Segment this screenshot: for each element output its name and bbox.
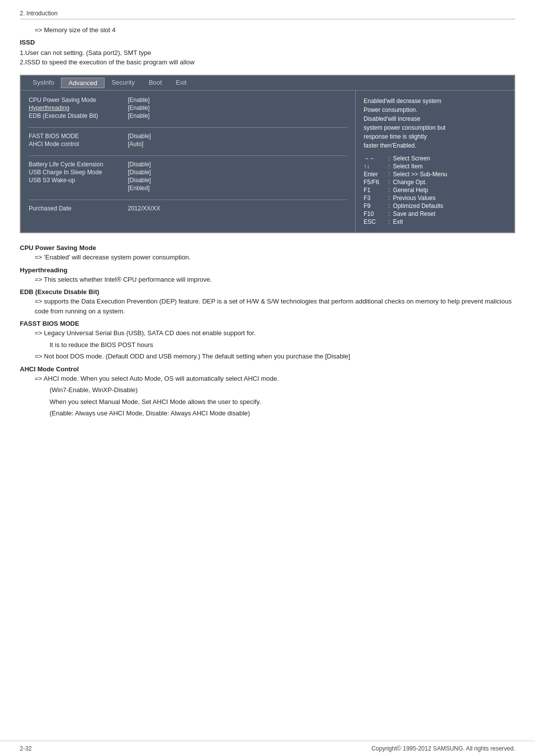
breadcrumb: 2. Introduction xyxy=(20,10,515,19)
bios-value: [Disable] xyxy=(128,177,151,184)
doc-heading-2: EDB (Execute Disable Bit) xyxy=(20,288,515,296)
doc-section-2: EDB (Execute Disable Bit)=> supports the… xyxy=(20,288,515,316)
bios-keys-section: →←:Select Screen↑↓:Select ItemEnter:Sele… xyxy=(364,155,506,225)
doc-section-3: FASST BIOS MODE=> Legacy Universal Seria… xyxy=(20,320,515,361)
bios-menubar: SysInfoAdvancedSecurityBootExit xyxy=(21,76,514,91)
bios-key-sep: : xyxy=(388,171,390,178)
issd-items: 1.User can not setting. (Sata port2), SM… xyxy=(20,49,515,66)
bios-key-sep: : xyxy=(388,202,390,209)
bios-key-row-1: ↑↓:Select Item xyxy=(364,163,506,170)
bios-menu-security[interactable]: Security xyxy=(105,78,142,88)
bios-key-desc: General Help xyxy=(393,187,428,194)
bios-left-section-3: Purchased Date2012/XX/XX xyxy=(29,205,347,212)
bios-value: [Enable] xyxy=(128,97,150,103)
bios-key-desc: Optimized Defaults xyxy=(393,202,443,209)
bios-value: [Disable] xyxy=(128,133,151,140)
bios-menu-boot[interactable]: Boot xyxy=(142,78,169,88)
bios-key-sep: : xyxy=(388,195,390,202)
bios-key: F1 xyxy=(364,187,388,194)
bios-row-0-2: EDB (Execute Disable Bit)[Enable] xyxy=(29,112,347,119)
bios-key-sep: : xyxy=(388,163,390,170)
bios-left-section-0: CPU Power Saving Mode[Enable]Hyperthread… xyxy=(29,97,347,119)
bios-value: [Enable] xyxy=(128,112,150,119)
doc-indent-4-1: (Win7-Enable, WinXP-Disable) xyxy=(20,385,515,395)
bios-key-row-3: F5/F6:Change Opt. xyxy=(364,179,506,186)
doc-indent-3-1: It is to reduce the BIOS POST hours xyxy=(20,340,515,350)
bios-key-row-4: F1:General Help xyxy=(364,187,506,194)
bios-row-1-1: AHCI Mode control[Auto] xyxy=(29,141,347,148)
bios-divider xyxy=(29,155,347,156)
doc-section-1: Hyperthreading=> This selects whether In… xyxy=(20,266,515,285)
bios-key-row-7: F10:Save and Reset xyxy=(364,210,506,217)
bios-key-sep: : xyxy=(388,218,390,225)
bios-key-row-2: Enter:Select >> Sub-Menu xyxy=(364,171,506,178)
bios-divider xyxy=(29,200,347,200)
bios-key-desc: Save and Reset xyxy=(393,210,435,217)
bios-menu-advanced[interactable]: Advanced xyxy=(61,78,105,88)
bios-label: AHCI Mode control xyxy=(29,141,128,148)
bios-key: F10 xyxy=(364,210,388,217)
bios-key: F3 xyxy=(364,195,388,202)
bios-key-desc: Previous Values xyxy=(393,195,435,202)
bios-label: CPU Power Saving Mode xyxy=(29,97,128,103)
bios-menu-sysinfo[interactable]: SysInfo xyxy=(26,78,61,88)
issd-item-1: 1.User can not setting. (Sata port2), SM… xyxy=(20,49,515,56)
doc-indent-0-0: => 'Enabled' will decrease system power … xyxy=(20,252,515,262)
bios-key-desc: Exit xyxy=(393,218,403,225)
bios-value: [Disable] xyxy=(128,169,151,176)
bios-content: CPU Power Saving Mode[Enable]Hyperthread… xyxy=(21,91,514,232)
doc-indent-4-0: => AHCI mode. When you select Auto Mode,… xyxy=(20,374,515,384)
bios-row-2-2: USB S3 Wake-up[Disable] xyxy=(29,177,347,184)
doc-indent-3-0: => Legacy Universal Serial Bus (USB), SA… xyxy=(20,328,515,338)
bios-key-sep: : xyxy=(388,187,390,194)
bios-key-desc: Select Item xyxy=(393,163,423,170)
doc-heading-0: CPU Power Saving Mode xyxy=(20,244,515,252)
bios-key-row-8: ESC:Exit xyxy=(364,218,506,225)
bios-value: 2012/XX/XX xyxy=(128,205,160,212)
bios-key: F5/F6 xyxy=(364,179,388,186)
doc-sections: CPU Power Saving Mode=> 'Enabled' will d… xyxy=(20,244,515,418)
doc-indent-3-2: => Not boot DOS mode. (Default ODD and U… xyxy=(20,352,515,361)
bios-left-section-1: FAST BIOS MODE[Disable]AHCI Mode control… xyxy=(29,133,347,148)
footer-page: 2-32 xyxy=(20,745,32,752)
bios-key-desc: Select Screen xyxy=(393,155,430,162)
bios-key-desc: Select >> Sub-Menu xyxy=(393,171,447,178)
intro-arrow-text: => Memory size of the slot 4 xyxy=(20,26,515,34)
bios-key: ESC xyxy=(364,218,388,225)
bios-key: ↑↓ xyxy=(364,163,388,170)
bios-label: USB Charge In Sleep Mode xyxy=(29,169,128,176)
bios-key: Enter xyxy=(364,171,388,178)
doc-section-0: CPU Power Saving Mode=> 'Enabled' will d… xyxy=(20,244,515,262)
bios-row-0-1: Hyperthreading[Enable] xyxy=(29,104,347,111)
bios-row-1-0: FAST BIOS MODE[Disable] xyxy=(29,133,347,140)
bios-row-2-1: USB Charge In Sleep Mode[Disable] xyxy=(29,169,347,176)
doc-indent-4-2: When you select Manual Mode, Set AHCI Mo… xyxy=(20,397,515,407)
bios-label: Purchased Date xyxy=(29,205,128,212)
doc-indent-1-0: => This selects whether Intel® CPU perfo… xyxy=(20,275,515,285)
bios-key: →← xyxy=(364,155,388,162)
doc-heading-4: AHCI Mode Control xyxy=(20,365,515,373)
issd-item-2: 2.ISSD to speed the execution of the bas… xyxy=(20,58,515,66)
bios-label: FAST BIOS MODE xyxy=(29,133,128,140)
page-footer: 2-32 Copyright© 1995-2012 SAMSUNG. All r… xyxy=(0,741,535,756)
bios-row-2-3: [Enbled] xyxy=(29,185,347,192)
bios-label: Battery Life Cycle Extension xyxy=(29,161,128,168)
bios-key-sep: : xyxy=(388,179,390,186)
bios-key-desc: Change Opt. xyxy=(393,179,427,186)
bios-row-2-0: Battery Life Cycle Extension[Disable] xyxy=(29,161,347,168)
bios-key-row-6: F9:Optimized Defaults xyxy=(364,202,506,209)
bios-value: [Auto] xyxy=(128,141,143,148)
bios-label: EDB (Execute Disable Bit) xyxy=(29,112,128,119)
bios-key-row-5: F3:Previous Values xyxy=(364,195,506,202)
bios-divider xyxy=(29,127,347,128)
bios-left-panel: CPU Power Saving Mode[Enable]Hyperthread… xyxy=(21,91,356,232)
bios-ui-box: SysInfoAdvancedSecurityBootExit CPU Powe… xyxy=(20,75,515,233)
bios-right-desc: Enabled'will decrease systemPower consum… xyxy=(364,97,506,150)
doc-indent-4-3: (Enable: Always use AHCI Mode, Disable: … xyxy=(20,408,515,418)
bios-value: [Disable] xyxy=(128,161,151,168)
bios-menu-exit[interactable]: Exit xyxy=(169,78,194,88)
bios-row-0-0: CPU Power Saving Mode[Enable] xyxy=(29,97,347,103)
bios-key: F9 xyxy=(364,202,388,209)
bios-row-3-0: Purchased Date2012/XX/XX xyxy=(29,205,347,212)
bios-label: USB S3 Wake-up xyxy=(29,177,128,184)
